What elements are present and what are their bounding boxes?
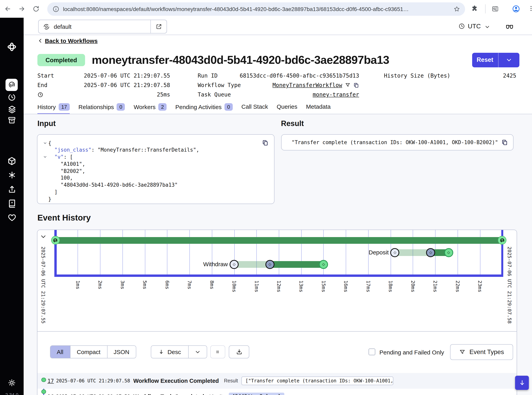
timeline-tick-label: 11ms [254,280,260,292]
timeline-tick-label: 1ms [75,280,81,289]
activity-withdraw-started-marker[interactable]: ◇ [265,260,274,269]
result-copy-icon[interactable] [501,139,508,146]
timeline-tick-label: 6ms [165,280,170,289]
address-bar[interactable]: localhost:8080/namespaces/default/workfl… [47,2,465,16]
profile-avatar-icon[interactable] [512,5,520,13]
timeline-gridline [167,230,168,276]
json-line: "A1001", [42,161,199,168]
browser-menu-dots-icon[interactable] [528,5,532,12]
sidebar-item-workflows[interactable] [5,79,18,91]
scroll-to-bottom-button[interactable] [515,376,529,390]
workflow-type-link[interactable]: MoneyTransferWorkflow [273,82,342,88]
sidebar-item-schedules[interactable] [7,93,17,102]
activity-withdraw-completed-marker[interactable]: ◇ [319,260,328,269]
event-row-16[interactable]: 162025-07-06 UTC 21:29:07.58Workflow Tas… [37,389,517,395]
event-detail-value: 43443@twm2.local [229,392,284,395]
top-bar: default UTC [24,18,532,35]
sidebar-item-feedback-heart[interactable] [7,213,17,222]
timezone-label[interactable]: UTC [468,18,481,35]
namespace-external-link-icon[interactable] [155,23,162,30]
meta-column-ids: Run ID68153dcc-d0f6-4500-afbc-c93651b75d… [198,71,359,99]
tab-call-stack[interactable]: Call Stack [241,103,268,113]
task-queue-link[interactable]: money-transfer [313,92,359,98]
timeline-tick-label: 18ms [388,280,394,292]
view-mode-json[interactable]: JSON [107,346,136,358]
timeline-tick-label: 7ms [187,280,192,289]
bookmark-star-icon[interactable] [453,5,460,12]
tab-workers[interactable]: Workers2 [134,103,167,113]
sidebar-item-archive[interactable] [7,116,17,124]
event-id-link[interactable]: 16 [47,393,56,395]
tab-metadata[interactable]: Metadata [306,103,331,113]
timeline-gridline [100,230,100,276]
extensions-puzzle-icon[interactable] [471,5,478,12]
namespace-icon [43,23,50,30]
json-collapse-chevron-icon[interactable] [42,140,48,147]
json-collapse-chevron-icon[interactable] [42,154,48,161]
back-chevron-icon[interactable] [37,38,43,44]
end-value: 2025-07-06 UTC 21:29:07.58 [47,82,170,88]
tab-history[interactable]: History17 [37,103,70,114]
browser-reload-icon[interactable] [32,5,40,13]
tab-pending-activities[interactable]: Pending Activities0 [175,103,233,113]
event-id-link[interactable]: 17 [47,378,56,384]
activity-withdraw-running-bar [270,261,324,268]
timeline-tick-label: 17ms [365,280,371,292]
start-value: 2025-07-06 UTC 21:29:07.55 [54,72,170,79]
labs-glasses-icon[interactable] [505,22,514,31]
workflow-span-endpoint-icon[interactable] [498,236,507,245]
activity-withdraw-scheduled-marker[interactable]: ◇ [230,260,239,269]
event-row-17[interactable]: 172025-07-06 UTC 21:29:07.58Workflow Exe… [37,373,517,389]
namespace-selector[interactable]: default [38,20,167,33]
temporal-logo-icon[interactable] [7,42,16,52]
browser-back-icon[interactable] [4,5,11,13]
json-line: 100, [42,175,199,182]
browser-forward-icon[interactable] [18,5,26,13]
reset-button[interactable]: Reset [472,53,498,67]
timeline-bottom-border [37,331,517,332]
workflow-span-endpoint-icon[interactable] [51,236,60,245]
timeline-gridline [234,230,235,276]
pause-autorefresh-button[interactable] [210,345,225,358]
event-name: Workflow Task Completed [133,393,204,395]
tab-count-badge: 0 [116,103,125,111]
end-label: End [37,82,47,88]
timezone-chevron-icon[interactable] [485,24,490,30]
event-name: Workflow Execution Completed [133,378,219,384]
tab-relationships[interactable]: Relationships0 [78,103,125,113]
view-mode-all[interactable]: All [50,346,70,358]
theme-sun-icon[interactable] [7,379,17,387]
url-text[interactable]: localhost:8080/namespaces/default/workfl… [63,2,453,16]
json-line: "json_class": "MoneyTransfer::TransferDe… [42,147,199,154]
sidebar-item-deployments[interactable] [7,105,17,114]
activity-deposit-completed-marker[interactable]: ◇ [444,248,453,257]
tab-label: Queries [277,103,297,110]
sidebar-item-nexus[interactable] [7,156,16,166]
back-to-workflows-link[interactable]: Back to Workflows [45,37,98,44]
sort-order-control: Desc [151,345,207,358]
sidebar-item-docs[interactable] [7,199,17,208]
view-mode-compact[interactable]: Compact [70,346,107,358]
input-copy-icon[interactable] [262,139,268,146]
input-json: { "json_class": "MoneyTransfer::Transfer… [42,140,199,203]
side-panel-icon[interactable] [491,5,499,13]
tab-label: History [37,104,56,110]
sidebar-item-asterisk[interactable] [7,170,17,179]
site-info-icon[interactable] [52,5,60,12]
reset-dropdown-chevron-icon[interactable] [498,53,519,67]
sort-dropdown-chevron-icon[interactable] [188,346,207,358]
pending-failed-checkbox[interactable] [368,348,375,355]
timeline-gridline [346,230,346,276]
duration-value: 25ms [43,92,170,98]
download-history-button[interactable] [229,345,249,358]
sort-desc-button[interactable]: Desc [151,346,188,358]
workflow-type-filter-icon[interactable] [345,82,351,88]
sidebar-item-import-export[interactable] [7,185,17,194]
activity-deposit-pending-bar [395,249,431,256]
tab-queries[interactable]: Queries [277,103,297,113]
event-types-button[interactable]: Event Types [450,344,513,360]
workflow-type-copy-icon[interactable] [353,82,359,88]
event-timestamp: 2025-07-06 UTC 21:29:07.58 [56,394,133,395]
timeline-axis [54,274,503,277]
tab-label: Call Stack [241,103,268,110]
